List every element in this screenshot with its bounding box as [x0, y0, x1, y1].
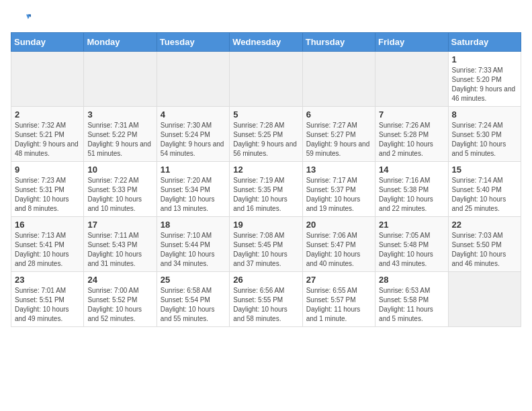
day-number: 3 [87, 109, 152, 120]
calendar-cell [230, 52, 302, 107]
day-info: Sunrise: 7:06 AM Sunset: 5:47 PM Dayligh… [306, 231, 371, 269]
day-info: Sunrise: 7:27 AM Sunset: 5:27 PM Dayligh… [306, 121, 371, 158]
calendar-cell [157, 52, 229, 107]
calendar-cell: 27Sunrise: 6:55 AM Sunset: 5:57 PM Dayli… [302, 272, 375, 327]
day-info: Sunrise: 6:55 AM Sunset: 5:57 PM Dayligh… [306, 286, 371, 324]
day-number: 18 [161, 220, 226, 230]
column-header-saturday: Saturday [448, 33, 521, 52]
calendar-table: SundayMondayTuesdayWednesdayThursdayFrid… [11, 32, 521, 327]
column-header-tuesday: Tuesday [157, 33, 229, 52]
day-info: Sunrise: 6:58 AM Sunset: 5:54 PM Dayligh… [161, 286, 226, 324]
day-info: Sunrise: 7:26 AM Sunset: 5:28 PM Dayligh… [379, 121, 444, 158]
logo [11, 11, 31, 30]
calendar-cell: 19Sunrise: 7:08 AM Sunset: 5:45 PM Dayli… [230, 217, 302, 272]
calendar-cell: 22Sunrise: 7:03 AM Sunset: 5:50 PM Dayli… [448, 217, 521, 272]
calendar-cell: 23Sunrise: 7:01 AM Sunset: 5:51 PM Dayli… [11, 272, 84, 327]
day-info: Sunrise: 6:56 AM Sunset: 5:55 PM Dayligh… [233, 286, 298, 324]
day-number: 16 [15, 220, 80, 230]
calendar-cell [448, 272, 521, 327]
day-number: 17 [87, 220, 152, 230]
calendar-cell: 25Sunrise: 6:58 AM Sunset: 5:54 PM Dayli… [157, 272, 229, 327]
calendar-cell: 7Sunrise: 7:26 AM Sunset: 5:28 PM Daylig… [375, 107, 448, 162]
day-info: Sunrise: 7:20 AM Sunset: 5:34 PM Dayligh… [161, 176, 226, 214]
calendar-cell [375, 52, 448, 107]
page-header [11, 11, 521, 30]
day-number: 2 [15, 109, 80, 120]
day-info: Sunrise: 7:23 AM Sunset: 5:31 PM Dayligh… [15, 176, 80, 214]
day-info: Sunrise: 7:24 AM Sunset: 5:30 PM Dayligh… [452, 121, 517, 158]
day-number: 7 [379, 109, 444, 120]
calendar-cell: 8Sunrise: 7:24 AM Sunset: 5:30 PM Daylig… [448, 107, 521, 162]
day-number: 5 [233, 109, 298, 120]
day-info: Sunrise: 7:03 AM Sunset: 5:50 PM Dayligh… [452, 231, 517, 269]
day-number: 21 [379, 220, 444, 230]
day-info: Sunrise: 6:53 AM Sunset: 5:58 PM Dayligh… [379, 286, 444, 324]
day-info: Sunrise: 7:33 AM Sunset: 5:20 PM Dayligh… [452, 66, 517, 103]
day-info: Sunrise: 7:32 AM Sunset: 5:21 PM Dayligh… [15, 121, 80, 158]
day-info: Sunrise: 7:16 AM Sunset: 5:38 PM Dayligh… [379, 176, 444, 214]
day-info: Sunrise: 7:08 AM Sunset: 5:45 PM Dayligh… [233, 231, 298, 269]
calendar-cell: 16Sunrise: 7:13 AM Sunset: 5:41 PM Dayli… [11, 217, 84, 272]
calendar-cell: 3Sunrise: 7:31 AM Sunset: 5:22 PM Daylig… [84, 107, 157, 162]
calendar-cell: 24Sunrise: 7:00 AM Sunset: 5:52 PM Dayli… [84, 272, 157, 327]
day-info: Sunrise: 7:10 AM Sunset: 5:44 PM Dayligh… [161, 231, 226, 269]
calendar-header-row: SundayMondayTuesdayWednesdayThursdayFrid… [11, 33, 521, 52]
calendar-week-row: 1Sunrise: 7:33 AM Sunset: 5:20 PM Daylig… [11, 52, 521, 107]
day-number: 24 [87, 275, 152, 285]
calendar-cell: 10Sunrise: 7:22 AM Sunset: 5:33 PM Dayli… [84, 162, 157, 217]
calendar-week-row: 2Sunrise: 7:32 AM Sunset: 5:21 PM Daylig… [11, 107, 521, 162]
day-info: Sunrise: 7:17 AM Sunset: 5:37 PM Dayligh… [306, 176, 371, 214]
day-number: 26 [233, 275, 298, 285]
calendar-cell [84, 52, 157, 107]
column-header-wednesday: Wednesday [230, 33, 302, 52]
generalblue-logo-icon [12, 11, 31, 30]
calendar-cell: 13Sunrise: 7:17 AM Sunset: 5:37 PM Dayli… [302, 162, 375, 217]
day-number: 1 [452, 54, 517, 64]
calendar-cell: 4Sunrise: 7:30 AM Sunset: 5:24 PM Daylig… [157, 107, 229, 162]
calendar-cell: 1Sunrise: 7:33 AM Sunset: 5:20 PM Daylig… [448, 52, 521, 107]
day-number: 20 [306, 220, 371, 230]
day-number: 22 [452, 220, 517, 230]
day-number: 27 [306, 275, 371, 285]
day-number: 12 [233, 165, 298, 175]
column-header-friday: Friday [375, 33, 448, 52]
calendar-cell: 20Sunrise: 7:06 AM Sunset: 5:47 PM Dayli… [302, 217, 375, 272]
column-header-monday: Monday [84, 33, 157, 52]
day-info: Sunrise: 7:00 AM Sunset: 5:52 PM Dayligh… [87, 286, 152, 324]
day-number: 4 [161, 109, 226, 120]
calendar-cell: 9Sunrise: 7:23 AM Sunset: 5:31 PM Daylig… [11, 162, 84, 217]
day-info: Sunrise: 7:01 AM Sunset: 5:51 PM Dayligh… [15, 286, 80, 324]
calendar-cell: 26Sunrise: 6:56 AM Sunset: 5:55 PM Dayli… [230, 272, 302, 327]
calendar-week-row: 16Sunrise: 7:13 AM Sunset: 5:41 PM Dayli… [11, 217, 521, 272]
calendar-cell: 14Sunrise: 7:16 AM Sunset: 5:38 PM Dayli… [375, 162, 448, 217]
calendar-cell: 21Sunrise: 7:05 AM Sunset: 5:48 PM Dayli… [375, 217, 448, 272]
calendar-cell: 28Sunrise: 6:53 AM Sunset: 5:58 PM Dayli… [375, 272, 448, 327]
calendar-cell: 11Sunrise: 7:20 AM Sunset: 5:34 PM Dayli… [157, 162, 229, 217]
day-info: Sunrise: 7:11 AM Sunset: 5:43 PM Dayligh… [87, 231, 152, 269]
day-info: Sunrise: 7:13 AM Sunset: 5:41 PM Dayligh… [15, 231, 80, 269]
calendar-week-row: 9Sunrise: 7:23 AM Sunset: 5:31 PM Daylig… [11, 162, 521, 217]
day-number: 14 [379, 165, 444, 175]
day-number: 23 [15, 275, 80, 285]
calendar-cell: 5Sunrise: 7:28 AM Sunset: 5:25 PM Daylig… [230, 107, 302, 162]
day-number: 6 [306, 109, 371, 120]
day-number: 13 [306, 165, 371, 175]
calendar-week-row: 23Sunrise: 7:01 AM Sunset: 5:51 PM Dayli… [11, 272, 521, 327]
day-number: 11 [161, 165, 226, 175]
day-info: Sunrise: 7:14 AM Sunset: 5:40 PM Dayligh… [452, 176, 517, 214]
day-info: Sunrise: 7:30 AM Sunset: 5:24 PM Dayligh… [161, 121, 226, 158]
day-number: 10 [87, 165, 152, 175]
day-info: Sunrise: 7:22 AM Sunset: 5:33 PM Dayligh… [87, 176, 152, 214]
day-info: Sunrise: 7:05 AM Sunset: 5:48 PM Dayligh… [379, 231, 444, 269]
day-info: Sunrise: 7:31 AM Sunset: 5:22 PM Dayligh… [87, 121, 152, 158]
day-number: 28 [379, 275, 444, 285]
day-number: 8 [452, 109, 517, 120]
column-header-sunday: Sunday [11, 33, 84, 52]
calendar-cell: 6Sunrise: 7:27 AM Sunset: 5:27 PM Daylig… [302, 107, 375, 162]
calendar-cell: 18Sunrise: 7:10 AM Sunset: 5:44 PM Dayli… [157, 217, 229, 272]
calendar-cell: 12Sunrise: 7:19 AM Sunset: 5:35 PM Dayli… [230, 162, 302, 217]
calendar-cell: 17Sunrise: 7:11 AM Sunset: 5:43 PM Dayli… [84, 217, 157, 272]
calendar-cell [302, 52, 375, 107]
column-header-thursday: Thursday [302, 33, 375, 52]
day-number: 15 [452, 165, 517, 175]
